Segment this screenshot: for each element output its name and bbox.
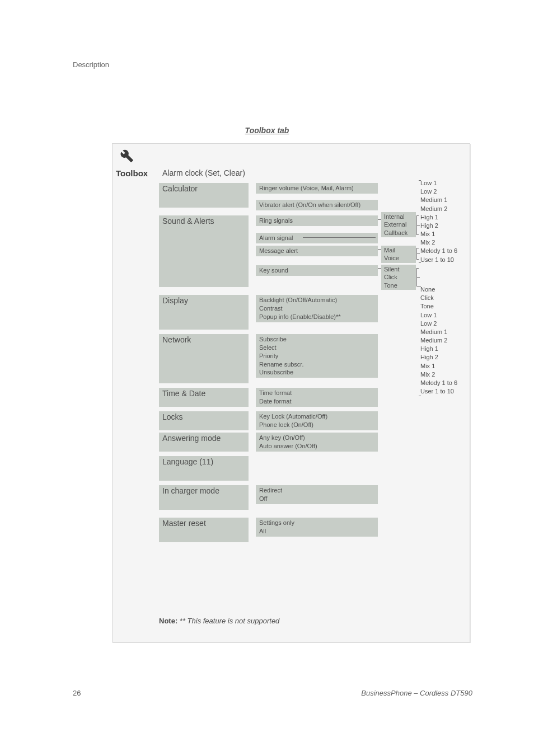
product-name: BusinessPhone – Cordless DT590 [361, 689, 472, 697]
menu-master-reset: Master reset [159, 518, 249, 542]
page-number: 26 [73, 689, 81, 697]
ring-signal-targets: Internal External Callback [381, 212, 416, 237]
connector-line [416, 268, 419, 269]
section-title-toolbox-tab: Toolbox tab [245, 126, 289, 135]
menu-time-date: Time & Date [159, 388, 249, 407]
page-footer: 26 BusinessPhone – Cordless DT590 [73, 689, 472, 697]
connector-line [416, 248, 419, 248]
connector-line [378, 219, 381, 220]
opt-ringer-volume: Ringer volume (Voice, Mail, Alarm) [256, 183, 378, 194]
menu-language: Language (11) [159, 456, 249, 481]
note-body: This feature is not supported [188, 617, 280, 625]
menu-network: Network [159, 334, 249, 383]
connector-line [419, 396, 421, 396]
opt-message-alert: Message alert [256, 246, 378, 256]
connector-line [416, 215, 419, 216]
toolbox-diagram: Toolbox Alarm clock (Set, Clear) Calcula… [112, 143, 470, 642]
opt-display-lines: Backlight (On/Off/Automatic) Contrast Po… [256, 295, 378, 322]
connector-line [303, 237, 376, 238]
menu-answering-mode: Answering mode [159, 433, 249, 452]
opt-master-reset-lines: Settings only All [256, 518, 378, 537]
menu-locks: Locks [159, 411, 249, 430]
opt-answering-lines: Any key (On/Off) Auto answer (On/Off) [256, 433, 378, 452]
connector-line [419, 180, 421, 181]
connector-line [419, 262, 421, 263]
connector-line [416, 234, 419, 235]
wrench-icon [118, 147, 134, 163]
opt-vibrator-alert: Vibrator alert (On/On when silent/Off) [256, 200, 378, 210]
note-prefix: Note: [159, 617, 180, 625]
toolbox-column-header: Toolbox [116, 168, 148, 178]
opt-time-date-lines: Time format Date format [256, 388, 378, 407]
page-header-description: Description [73, 60, 109, 69]
opt-ring-signals: Ring signals [256, 215, 378, 226]
opt-in-charger-lines: Redirect Off [256, 485, 378, 504]
opt-network-lines: Subscribe Select Priority Rename subscr.… [256, 334, 378, 378]
menu-alarm-clock: Alarm clock (Set, Clear) [159, 167, 249, 179]
connector-line [416, 225, 420, 226]
connector-line [416, 259, 419, 260]
opt-alarm-signal: Alarm signal [256, 233, 378, 243]
menu-in-charger-mode: In charger mode [159, 485, 249, 510]
connector-line [416, 253, 420, 254]
opt-locks-lines: Key Lock (Automatic/Off) Phone lock (On/… [256, 411, 378, 430]
key-sound-options: Silent Click Tone [381, 265, 416, 290]
message-alert-targets: Mail Voice [381, 246, 416, 263]
menu-calculator: Calculator [159, 183, 249, 208]
connector-line [378, 268, 381, 269]
note-text: Note: ** This feature is not supported [159, 617, 279, 625]
connector-line [416, 277, 420, 278]
menu-sound-alerts: Sound & Alerts [159, 215, 249, 287]
connector-line [419, 287, 421, 287]
menu-display: Display [159, 295, 249, 330]
connector-line [378, 249, 381, 250]
note-stars: ** [180, 617, 188, 625]
volume-level-list: Low 1 Low 2 Medium 1 Medium 2 High 1 Hig… [420, 179, 467, 264]
key-sound-level-list: None Click Tone Low 1 Low 2 Medium 1 Med… [420, 285, 467, 396]
opt-key-sound: Key sound [256, 265, 378, 276]
